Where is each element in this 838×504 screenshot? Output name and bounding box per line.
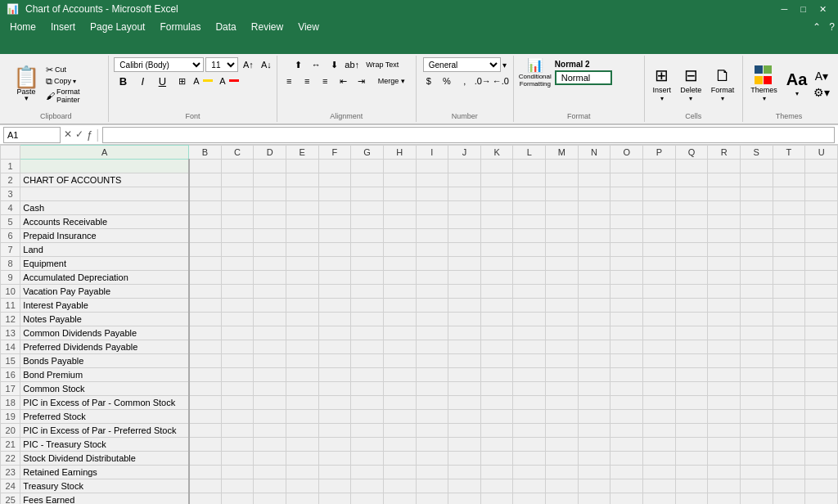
cell-empty[interactable] (286, 229, 318, 243)
cell-empty[interactable] (578, 452, 610, 466)
cell-empty[interactable] (578, 424, 610, 438)
cell-empty[interactable] (675, 326, 708, 340)
cell-empty[interactable] (416, 340, 448, 354)
cell-empty[interactable] (610, 201, 643, 215)
cell-empty[interactable] (546, 201, 579, 215)
cell-empty[interactable] (480, 410, 513, 424)
cell-empty[interactable] (221, 201, 254, 215)
cell-empty[interactable] (513, 452, 546, 466)
cell-empty[interactable] (740, 160, 773, 173)
cell-empty[interactable] (480, 201, 513, 215)
cell-empty[interactable] (189, 173, 222, 187)
cell-empty[interactable] (708, 340, 741, 354)
cell-a25[interactable]: Fees Earned (20, 493, 189, 505)
delete-dropdown[interactable]: ▾ (689, 95, 692, 102)
cell-empty[interactable] (351, 313, 384, 326)
cell-empty[interactable] (610, 438, 643, 452)
cell-empty[interactable] (773, 452, 805, 466)
cell-empty[interactable] (740, 271, 773, 285)
cell-empty[interactable] (578, 243, 610, 257)
cell-empty[interactable] (546, 187, 579, 201)
cell-empty[interactable] (513, 229, 546, 243)
font-name-select[interactable]: Calibri (Body) (114, 57, 204, 72)
cell-empty[interactable] (773, 466, 805, 479)
cell-empty[interactable] (480, 326, 513, 340)
cell-empty[interactable] (480, 354, 513, 368)
cell-empty[interactable] (254, 215, 286, 229)
cell-empty[interactable] (448, 493, 481, 505)
cell-empty[interactable] (189, 410, 222, 424)
cell-empty[interactable] (480, 173, 513, 187)
cell-a24[interactable]: Treasury Stock (20, 479, 189, 493)
cell-empty[interactable] (318, 410, 351, 424)
cell-empty[interactable] (805, 271, 838, 285)
cell-empty[interactable] (740, 313, 773, 326)
cell-empty[interactable] (189, 368, 222, 382)
cell-empty[interactable] (578, 160, 610, 173)
cell-empty[interactable] (221, 326, 254, 340)
cell-empty[interactable] (254, 452, 286, 466)
cell-empty[interactable] (416, 229, 448, 243)
cell-empty[interactable] (610, 424, 643, 438)
cell-empty[interactable] (610, 326, 643, 340)
cell-empty[interactable] (189, 215, 222, 229)
cell-empty[interactable] (610, 215, 643, 229)
cell-empty[interactable] (805, 299, 838, 313)
cell-empty[interactable] (805, 424, 838, 438)
cell-empty[interactable] (513, 326, 546, 340)
cell-empty[interactable] (546, 410, 579, 424)
cell-empty[interactable] (318, 229, 351, 243)
cell-empty[interactable] (773, 201, 805, 215)
minimize-btn[interactable]: ─ (777, 4, 793, 15)
italic-button[interactable]: I (133, 74, 151, 88)
cell-empty[interactable] (189, 285, 222, 299)
cell-empty[interactable] (610, 410, 643, 424)
cell-empty[interactable] (675, 340, 708, 354)
menu-formulas[interactable]: Formulas (153, 20, 207, 34)
collapse-ribbon-btn[interactable]: ⌃ (813, 21, 821, 33)
col-header-d[interactable]: D (254, 146, 286, 160)
cell-empty[interactable] (221, 368, 254, 382)
cell-empty[interactable] (351, 382, 384, 396)
cell-empty[interactable] (383, 396, 416, 410)
cell-empty[interactable] (416, 424, 448, 438)
cell-empty[interactable] (383, 438, 416, 452)
cell-empty[interactable] (383, 313, 416, 326)
cell-empty[interactable] (448, 438, 481, 452)
cell-empty[interactable] (643, 410, 676, 424)
cell-empty[interactable] (254, 424, 286, 438)
col-header-m[interactable]: M (546, 146, 579, 160)
cell-empty[interactable] (643, 354, 676, 368)
cell-empty[interactable] (448, 354, 481, 368)
cell-empty[interactable] (675, 285, 708, 299)
decrease-decimal-btn[interactable]: ←.0 (493, 74, 509, 88)
cell-empty[interactable] (643, 424, 676, 438)
cell-empty[interactable] (805, 493, 838, 505)
insert-button[interactable]: ⊞ Insert ▾ (650, 64, 674, 104)
cell-empty[interactable] (318, 173, 351, 187)
formula-input[interactable] (102, 127, 835, 143)
cell-empty[interactable] (546, 326, 579, 340)
cell-empty[interactable] (286, 187, 318, 201)
cell-empty[interactable] (221, 382, 254, 396)
cell-empty[interactable] (740, 479, 773, 493)
conditional-formatting-btn[interactable]: 📊 ConditionalFormatting (519, 57, 552, 88)
cell-empty[interactable] (254, 326, 286, 340)
cell-empty[interactable] (708, 201, 741, 215)
cell-empty[interactable] (351, 257, 384, 271)
cell-empty[interactable] (383, 173, 416, 187)
cell-empty[interactable] (740, 285, 773, 299)
cell-empty[interactable] (480, 424, 513, 438)
cell-empty[interactable] (675, 313, 708, 326)
cell-empty[interactable] (675, 438, 708, 452)
cell-empty[interactable] (318, 326, 351, 340)
cell-a23[interactable]: Retained Earnings (20, 466, 189, 479)
cell-empty[interactable] (448, 160, 481, 173)
increase-font-btn[interactable]: A↑ (240, 57, 256, 72)
col-header-b[interactable]: B (189, 146, 222, 160)
cell-empty[interactable] (708, 424, 741, 438)
cell-empty[interactable] (351, 326, 384, 340)
cell-empty[interactable] (221, 410, 254, 424)
col-header-s[interactable]: S (740, 146, 773, 160)
themes-dropdown[interactable]: ▾ (763, 95, 766, 102)
